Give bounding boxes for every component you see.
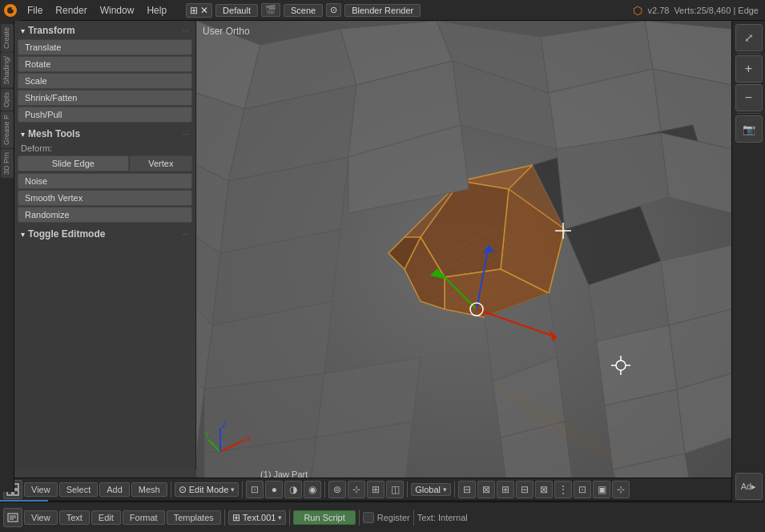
sep1 xyxy=(171,482,171,498)
toolbar-select[interactable]: Select xyxy=(59,482,99,497)
extra-btn7[interactable]: ⊹ xyxy=(612,481,630,498)
text-bar-format[interactable]: Format xyxy=(123,510,165,525)
scene-select[interactable]: Scene xyxy=(284,4,323,17)
register-check[interactable]: Register xyxy=(363,512,410,523)
transform-dots: ··· xyxy=(183,26,189,35)
global-arrow: ▾ xyxy=(443,486,447,494)
blender-logo[interactable] xyxy=(0,0,21,21)
text-bar-view[interactable]: View xyxy=(24,510,58,525)
btn-shrink-fatten[interactable]: Shrink/Fatten xyxy=(18,90,192,106)
separator-2 xyxy=(737,113,761,114)
svg-text:Y: Y xyxy=(204,430,210,439)
extra-btn3[interactable]: ⊠ xyxy=(535,481,553,498)
layout-icon2: ✕ xyxy=(200,5,208,16)
btn-translate[interactable]: Translate xyxy=(18,39,192,55)
shade-tex[interactable]: ◑ xyxy=(284,481,302,498)
toolbar-add[interactable]: Add xyxy=(99,482,130,497)
viewport[interactable]: User Ortho X Y Z (1) Jaw Part xyxy=(196,21,731,503)
btn-scale[interactable]: Scale xyxy=(18,73,192,89)
menu-window[interactable]: Window xyxy=(94,0,141,21)
render-btn2[interactable]: ⊠ xyxy=(477,481,495,498)
toolbar-view[interactable]: View xyxy=(24,482,58,497)
mode-select[interactable]: ⊙ Edit Mode ▾ xyxy=(175,482,240,497)
right-btn-extra[interactable]: Ad▸ xyxy=(735,473,763,500)
text-bar-templates[interactable]: Templates xyxy=(167,510,221,525)
section-transform-header[interactable]: ▾ Transform ··· xyxy=(18,22,192,38)
extra-btn5[interactable]: ⊡ xyxy=(574,481,591,498)
btn-rotate[interactable]: Rotate xyxy=(18,56,192,72)
axes-svg: X Y Z xyxy=(204,420,252,468)
renderer-select[interactable]: Blender Render xyxy=(344,4,421,17)
sidebar-tabs: Create Shading/ Opts Grease P 3D Prn xyxy=(0,21,14,492)
layer-btn[interactable]: ⊟ xyxy=(458,481,476,498)
menu-help[interactable]: Help xyxy=(140,0,173,21)
global-select[interactable]: Global ▾ xyxy=(411,483,451,496)
btn-push-pull[interactable]: Push/Pull xyxy=(18,107,192,123)
menu-render[interactable]: Render xyxy=(49,0,93,21)
text-editor-icon-svg xyxy=(7,512,18,523)
btn-noise[interactable]: Noise xyxy=(18,173,192,189)
nav-btn-1[interactable]: ⤢ xyxy=(735,24,763,51)
menu-file[interactable]: File xyxy=(21,0,49,21)
global-label: Global xyxy=(415,485,441,494)
text-file-selector[interactable]: ⊞ Text.001 ▾ xyxy=(228,510,287,525)
nav-btn-cam[interactable]: 📷 xyxy=(735,115,763,143)
right-panel: ⤢ + − 📷 Ad▸ xyxy=(731,21,765,503)
extra-btn2[interactable]: ⊟ xyxy=(516,481,533,498)
bottom-toolbar-3d: View Select Add Mesh ⊙ Edit Mode ▾ ⊡ ● ◑… xyxy=(0,478,731,500)
sep4 xyxy=(407,482,408,498)
shade-wire[interactable]: ⊡ xyxy=(246,481,264,498)
mesh-tools-title: Mesh Tools xyxy=(28,128,183,139)
scene-icon: 🎬 xyxy=(265,5,276,15)
deform-label: Deform: xyxy=(18,142,192,154)
btn-slide-type[interactable]: Vertex xyxy=(130,155,192,171)
section-mesh-tools-header[interactable]: ▾ Mesh Tools ··· xyxy=(18,126,192,142)
extra-btn6[interactable]: ▣ xyxy=(593,481,610,498)
svg-text:Z: Z xyxy=(222,421,227,429)
shade-solid[interactable]: ● xyxy=(265,481,283,498)
text-file-name: Text.001 xyxy=(243,513,276,522)
register-checkbox[interactable] xyxy=(363,512,374,523)
top-menubar: File Render Window Help ⊞ ✕ Default 🎬 Sc… xyxy=(0,0,765,21)
sidebar-tab-shading[interactable]: Shading/ xyxy=(1,53,14,88)
btn-slide-edge[interactable]: Slide Edge xyxy=(18,155,129,171)
shade-render[interactable]: ◉ xyxy=(304,481,321,498)
extra-btn1[interactable]: ⊞ xyxy=(497,481,514,498)
btn-randomize[interactable]: Randomize xyxy=(18,207,192,223)
snap-btn[interactable]: ⊹ xyxy=(348,481,365,498)
toggle-editmode-arrow: ▾ xyxy=(21,230,25,239)
sidebar-tab-grease[interactable]: Grease P xyxy=(1,111,14,148)
sep3 xyxy=(324,482,325,498)
transform-title: Transform xyxy=(28,25,183,36)
section-transform: ▾ Transform ··· Translate Rotate Scale S… xyxy=(18,22,192,123)
mesh-tools-dots: ··· xyxy=(183,130,189,139)
text-editor-icon[interactable] xyxy=(3,508,22,527)
sep9 xyxy=(413,510,414,526)
btn-smooth-vertex[interactable]: Smooth Vertex xyxy=(18,190,192,206)
nav-btn-zoom-out[interactable]: − xyxy=(735,84,763,111)
proportional-btn[interactable]: ⊚ xyxy=(328,481,346,498)
section-mesh-tools: ▾ Mesh Tools ··· Deform: Slide Edge Vert… xyxy=(18,126,192,223)
sidebar-tab-create[interactable]: Create xyxy=(1,24,14,52)
sidebar-tab-opts[interactable]: Opts xyxy=(1,89,14,111)
stats-text: Verts:25/8,460 | Edge xyxy=(674,6,759,15)
version-text: v2.78 xyxy=(647,6,669,15)
run-script-btn[interactable]: Run Script xyxy=(293,510,355,525)
text-bar-text[interactable]: Text xyxy=(59,510,90,525)
nav-btn-zoom-in[interactable]: + xyxy=(735,55,763,83)
toolbar-mesh[interactable]: Mesh xyxy=(131,482,167,497)
occlude-btn[interactable]: ◫ xyxy=(386,481,404,498)
mesh-tools-arrow: ▾ xyxy=(21,130,25,139)
text-file-icon: ⊞ xyxy=(232,512,240,523)
extra-btn4[interactable]: ⋮ xyxy=(554,481,572,498)
toggle-editmode-dots: ··· xyxy=(183,230,189,239)
sidebar-tab-3dprn[interactable]: 3D Prn xyxy=(1,149,14,178)
text-bar-edit[interactable]: Edit xyxy=(91,510,121,525)
slide-edge-row: Slide Edge Vertex xyxy=(18,155,192,172)
sep5 xyxy=(454,482,455,498)
section-toggle-editmode-header[interactable]: ▾ Toggle Editmode ··· xyxy=(18,226,192,242)
layout-select[interactable]: Default xyxy=(215,4,258,17)
section-toggle-editmode: ▾ Toggle Editmode ··· xyxy=(18,226,192,242)
right-extra-btns: Ad▸ xyxy=(735,473,763,500)
mirror-btn[interactable]: ⊞ xyxy=(367,481,385,498)
